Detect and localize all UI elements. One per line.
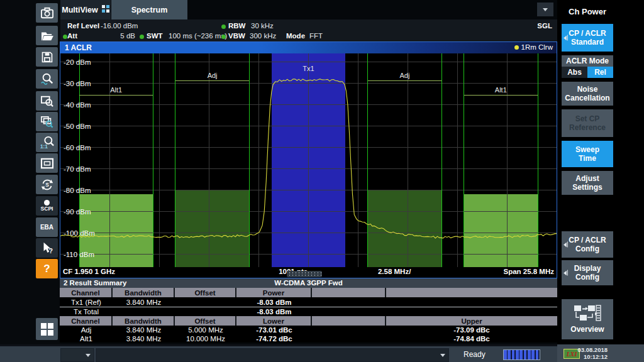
softkey-display-config[interactable]: Display Config	[562, 260, 613, 285]
swt-label[interactable]: SWT	[147, 32, 163, 40]
rbw-label[interactable]: RBW	[228, 22, 245, 30]
context-help-button[interactable]: ?	[36, 238, 58, 258]
table-row-tx-total: Tx Total -8.03 dBm	[60, 307, 557, 316]
svg-text:-20 dBm: -20 dBm	[64, 58, 91, 66]
status-bar: Ready LXI 03.08.2018 10:12:12	[0, 344, 644, 362]
svg-text:?: ?	[48, 248, 52, 255]
aclr-window-titlebar[interactable]: 1 ACLR 1Rm Clrw	[60, 42, 557, 53]
softkey-sweep-time[interactable]: Sweep Time	[562, 141, 613, 167]
standard-name: W-CDMA 3GPP Fwd	[274, 279, 342, 287]
left-toolbar: 1:1 S SCPI EBA ? ?	[0, 0, 60, 344]
col-channel: Channel	[60, 288, 113, 297]
datetime-panel: LXI 03.08.2018 10:12:12	[557, 344, 644, 362]
multiview-grid-icon	[102, 5, 109, 14]
eba-button[interactable]: EBA	[36, 217, 58, 237]
att-label[interactable]: Att	[67, 32, 77, 40]
mode-value[interactable]: FFT	[309, 32, 323, 40]
aclr-mode-abs-option[interactable]: Abs	[562, 67, 587, 78]
ready-status: Ready	[464, 350, 486, 359]
spectrum-analyzer-app: 1:1 S SCPI EBA ? ? MultiView	[0, 0, 644, 362]
tx-table-header: Channel Bandwidth Offset Power	[60, 288, 557, 297]
table-row-tx1: Tx1 (Ref) 3.840 MHz -8.03 dBm	[60, 297, 557, 307]
mhz-per-division-value[interactable]: 2.58 MHz/	[378, 268, 411, 275]
submenu-arrow-icon	[564, 35, 568, 41]
att-value[interactable]: 5 dB	[96, 32, 135, 40]
softkey-cp-aclr-config[interactable]: CP / ACLR Config	[562, 231, 613, 258]
result-summary-title: 2 Result Summary	[64, 279, 126, 287]
swt-status-dot	[140, 35, 144, 39]
col-bandwidth: Bandwidth	[113, 288, 175, 297]
softkey-menu-title: Ch Power	[557, 0, 618, 23]
one-to-one-label: 1:1	[40, 144, 48, 150]
svg-text:Adj: Adj	[399, 72, 409, 79]
aclr-mode-rel-option[interactable]: Rel	[587, 67, 613, 78]
span-value[interactable]: Span 25.8 MHz	[503, 268, 554, 275]
zoom-signal-button[interactable]	[36, 69, 58, 89]
trace1-legend-label: 1Rm Clrw	[521, 43, 553, 51]
vbw-label[interactable]: VBW	[228, 32, 245, 40]
chevron-down-icon	[440, 354, 445, 357]
window-drag-handle[interactable]	[287, 271, 322, 277]
help-question-icon: ?	[43, 263, 50, 275]
eba-label: EBA	[40, 224, 53, 231]
trace-legend[interactable]: 1Rm Clrw	[514, 43, 553, 51]
svg-text:-40 dBm: -40 dBm	[64, 101, 91, 109]
vbw-value[interactable]: 300 kHz	[250, 32, 276, 40]
col-upper: Upper	[386, 316, 557, 326]
single-sweep-badge: SGL	[537, 22, 552, 30]
windows-start-button[interactable]	[36, 318, 58, 340]
swt-value[interactable]: 100 ms (~236 ms)	[169, 32, 227, 40]
scpi-recorder-button[interactable]: SCPI	[36, 196, 58, 216]
save-button[interactable]	[36, 47, 58, 67]
open-file-button[interactable]	[36, 26, 58, 45]
spectrum-plot: Alt1AdjAdjAlt1Tx1-20 dBm-30 dBm-40 dBm-5…	[60, 53, 557, 267]
screenshot-button[interactable]	[36, 3, 58, 23]
spectrum-plot-canvas: Alt1AdjAdjAlt1Tx1-20 dBm-30 dBm-40 dBm-5…	[60, 53, 557, 267]
softkey-aclr-mode: ACLR Mode Abs Rel	[562, 55, 613, 78]
center-frequency-value[interactable]: CF 1.950 1 GHz	[63, 268, 115, 275]
zoom-area-button[interactable]	[36, 91, 58, 111]
rbw-status-dot	[221, 25, 226, 29]
display-frame-button[interactable]	[36, 153, 58, 173]
ref-level-value[interactable]: -16.00 dBm	[101, 22, 138, 30]
col-lower: Lower	[236, 316, 312, 326]
ref-level-label[interactable]: Ref Level	[67, 22, 99, 30]
tab-list-dropdown[interactable]	[537, 3, 553, 16]
status-message-field[interactable]	[96, 348, 449, 362]
status-date: 03.08.2018	[577, 346, 608, 353]
svg-text:-110 dBm: -110 dBm	[64, 251, 94, 258]
help-button[interactable]: ?	[36, 259, 58, 278]
zoom-one-to-one-button[interactable]: 1:1	[36, 133, 58, 152]
tab-multiview[interactable]: MultiView	[60, 0, 111, 19]
rbw-value[interactable]: 30 kHz	[251, 22, 274, 30]
col-offset: Offset	[175, 288, 236, 297]
tab-spectrum[interactable]: Spectrum	[111, 0, 187, 19]
display-frame-icon	[40, 158, 54, 169]
aclr-mode-label: ACLR Mode	[562, 55, 613, 67]
alt1-lower-value: -74.72 dBc	[236, 334, 312, 343]
softkey-noise-cancellation[interactable]: Noise Cancellation	[562, 82, 613, 106]
zoom-multi-window-button[interactable]	[36, 112, 58, 131]
table-row-alt1: Alt1 3.840 MHz 10.000 MHz -74.72 dBc -74…	[60, 334, 557, 343]
svg-text:-50 dBm: -50 dBm	[64, 123, 91, 130]
result-summary-titlebar[interactable]: 2 Result Summary W-CDMA 3GPP Fwd	[60, 278, 557, 288]
aclr-window: 1 ACLR 1Rm Clrw Alt1AdjAdjAlt1Tx1-20 dBm…	[60, 41, 557, 278]
floppy-disk-icon	[41, 51, 53, 63]
cursor-help-icon: ?	[40, 241, 54, 255]
svg-text:-90 dBm: -90 dBm	[64, 208, 91, 216]
mode-label[interactable]: Mode	[286, 32, 305, 40]
sync-sweep-button[interactable]: S	[36, 175, 58, 194]
overview-label: Overview	[570, 325, 604, 334]
submenu-arrow-icon	[564, 242, 568, 248]
folder-icon	[40, 30, 54, 41]
softkey-set-cp-reference: Set CP Reference	[562, 109, 613, 137]
vbw-status-dot	[221, 35, 226, 39]
softkey-adjust-settings[interactable]: Adjust Settings	[562, 171, 613, 195]
softkey-cp-aclr-standard[interactable]: CP / ACLR Standard	[562, 24, 613, 52]
trace1-color-dot	[514, 45, 519, 50]
alt1-upper-value: -74.84 dBc	[386, 334, 557, 343]
status-dropdown-small[interactable]	[60, 348, 94, 362]
svg-text:-70 dBm: -70 dBm	[64, 165, 91, 173]
chevron-down-icon	[86, 354, 91, 357]
softkey-overview[interactable]: Overview	[562, 299, 613, 339]
